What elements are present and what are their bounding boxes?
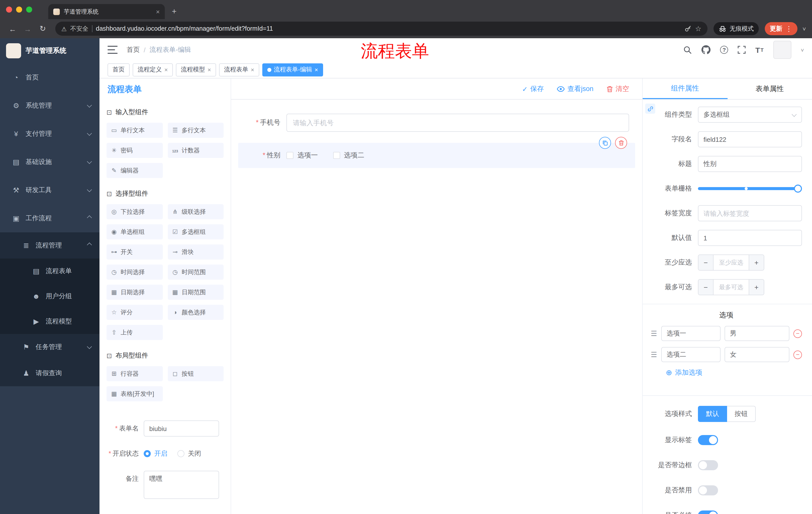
palette-item-upload[interactable]: 上传 bbox=[107, 325, 163, 340]
increase-button[interactable] bbox=[749, 280, 764, 295]
field-gender-selected[interactable]: 性别 选项一 选项二 bbox=[238, 143, 635, 168]
save-button[interactable]: 保存 bbox=[522, 84, 544, 93]
disabled-switch[interactable] bbox=[698, 485, 718, 495]
palette-item-color-picker[interactable]: 颜色选择 bbox=[168, 305, 224, 320]
forward-button[interactable] bbox=[21, 22, 34, 35]
palette-item-checkbox-group[interactable]: 多选框组 bbox=[168, 224, 224, 239]
avatar-caret-icon[interactable] bbox=[801, 45, 804, 54]
password-key-icon[interactable] bbox=[685, 25, 692, 32]
palette-item-time-picker[interactable]: 时间选择 bbox=[107, 265, 163, 280]
sidebar-item-task-management[interactable]: 任务管理 bbox=[0, 334, 99, 360]
palette-item-radio-group[interactable]: 单选框组 bbox=[107, 224, 163, 239]
palette-item-switch[interactable]: 开关 bbox=[107, 244, 163, 260]
default-value-input[interactable] bbox=[698, 230, 802, 246]
min-select-input[interactable] bbox=[714, 255, 749, 270]
bookmark-star-icon[interactable] bbox=[695, 25, 701, 33]
sidebar-item-process-model[interactable]: 流程模型 bbox=[0, 309, 99, 334]
option-value-input[interactable] bbox=[724, 347, 789, 362]
app-logo-row[interactable]: 芋道管理系统 bbox=[0, 38, 99, 63]
tag-process-model[interactable]: 流程模型 bbox=[176, 63, 216, 76]
breadcrumb-home[interactable]: 首页 bbox=[127, 45, 140, 54]
sidebar-item-leave-query[interactable]: 请假查询 bbox=[0, 360, 99, 386]
component-type-select[interactable]: 多选框组 bbox=[698, 107, 802, 123]
tag-close-icon[interactable] bbox=[164, 66, 168, 73]
github-icon[interactable] bbox=[702, 45, 711, 54]
tab-form-properties[interactable]: 表单属性 bbox=[727, 78, 812, 99]
field-phone[interactable]: 手机号 bbox=[238, 111, 635, 135]
link-icon[interactable] bbox=[645, 104, 655, 114]
copy-component-button[interactable] bbox=[599, 137, 611, 149]
form-name-input[interactable] bbox=[144, 421, 219, 437]
new-tab-button[interactable] bbox=[172, 7, 177, 16]
option-label-input[interactable] bbox=[661, 347, 720, 362]
browser-tab[interactable]: 芋道管理系统 bbox=[48, 4, 165, 19]
palette-item-row-container[interactable]: 行容器 bbox=[107, 366, 163, 381]
style-button-button[interactable]: 按钮 bbox=[727, 406, 756, 422]
slider-handle[interactable] bbox=[794, 185, 802, 193]
tag-close-icon[interactable] bbox=[251, 66, 254, 73]
tab-close-icon[interactable] bbox=[156, 8, 160, 15]
back-button[interactable] bbox=[6, 22, 19, 35]
palette-item-single-line-text[interactable]: 单行文本 bbox=[107, 123, 163, 138]
phone-input[interactable] bbox=[286, 114, 629, 132]
palette-item-table[interactable]: 表格[开发中] bbox=[107, 386, 163, 401]
title-input[interactable] bbox=[698, 156, 802, 172]
sidebar-item-user-group[interactable]: 用户分组 bbox=[0, 283, 99, 309]
style-default-button[interactable]: 默认 bbox=[698, 406, 727, 422]
palette-item-slider[interactable]: 滑块 bbox=[168, 244, 224, 260]
sidebar-item-system-management[interactable]: 系统管理 bbox=[0, 91, 99, 120]
clear-button[interactable]: 清空 bbox=[607, 84, 629, 93]
sidebar-item-workflow[interactable]: 工作流程 bbox=[0, 204, 99, 232]
zoom-window-button[interactable] bbox=[26, 6, 32, 12]
label-width-input[interactable] bbox=[698, 205, 802, 221]
border-switch[interactable] bbox=[698, 460, 718, 470]
palette-item-counter[interactable]: 计数器 bbox=[168, 143, 224, 158]
hamburger-icon[interactable] bbox=[108, 46, 118, 54]
browser-menu-icon[interactable] bbox=[785, 25, 792, 33]
tag-process-form-edit[interactable]: 流程表单-编辑 bbox=[262, 63, 323, 76]
minimize-window-button[interactable] bbox=[16, 6, 22, 12]
search-icon[interactable] bbox=[684, 46, 692, 54]
increase-button[interactable] bbox=[749, 255, 764, 270]
sidebar-item-dev-tools[interactable]: 研发工具 bbox=[0, 176, 99, 204]
reload-button[interactable] bbox=[36, 22, 49, 35]
show-label-switch[interactable] bbox=[698, 435, 718, 445]
checkbox-icon[interactable] bbox=[333, 152, 340, 159]
option-label-input[interactable] bbox=[661, 326, 720, 341]
palette-item-multi-line-text[interactable]: 多行文本 bbox=[168, 123, 224, 138]
checkbox-option-one[interactable]: 选项一 bbox=[286, 151, 318, 160]
fullscreen-icon[interactable] bbox=[738, 46, 746, 54]
remark-textarea[interactable]: 嘿嘿 bbox=[144, 471, 219, 499]
drag-handle-icon[interactable] bbox=[651, 329, 657, 337]
sidebar-item-infrastructure[interactable]: 基础设施 bbox=[0, 148, 99, 176]
palette-item-button[interactable]: 按钮 bbox=[168, 366, 224, 381]
delete-component-button[interactable] bbox=[615, 137, 627, 149]
option-value-input[interactable] bbox=[724, 326, 789, 341]
tab-component-properties[interactable]: 组件属性 bbox=[643, 78, 727, 99]
checkbox-option-two[interactable]: 选项二 bbox=[333, 151, 364, 160]
drag-handle-icon[interactable] bbox=[651, 351, 657, 359]
palette-item-cascader[interactable]: 级联选择 bbox=[168, 204, 224, 219]
palette-item-select[interactable]: 下拉选择 bbox=[107, 204, 163, 219]
tag-process-definition[interactable]: 流程定义 bbox=[133, 63, 173, 76]
radio-status-on[interactable]: 开启 bbox=[144, 449, 167, 458]
sidebar-item-process-management[interactable]: 流程管理 bbox=[0, 232, 99, 259]
form-grid-slider[interactable] bbox=[698, 181, 802, 197]
decrease-button[interactable] bbox=[698, 280, 714, 295]
remove-option-button[interactable] bbox=[793, 350, 802, 359]
view-json-button[interactable]: 查看json bbox=[557, 84, 593, 93]
palette-item-time-range[interactable]: 时间范围 bbox=[168, 265, 224, 280]
incognito-badge[interactable]: 无痕模式 bbox=[714, 22, 759, 35]
tag-close-icon[interactable] bbox=[207, 66, 211, 73]
sidebar-item-process-form[interactable]: 流程表单 bbox=[0, 259, 99, 283]
radio-status-off[interactable]: 关闭 bbox=[177, 449, 201, 458]
add-option-button[interactable]: 添加选项 bbox=[666, 368, 802, 377]
remove-option-button[interactable] bbox=[793, 329, 802, 338]
chevron-down-icon[interactable] bbox=[803, 24, 806, 33]
sidebar-item-payment-management[interactable]: 支付管理 bbox=[0, 120, 99, 148]
palette-item-rate[interactable]: 评分 bbox=[107, 305, 163, 320]
palette-item-date-range[interactable]: 日期范围 bbox=[168, 285, 224, 300]
checkbox-icon[interactable] bbox=[286, 152, 293, 159]
tag-home[interactable]: 首页 bbox=[108, 63, 129, 76]
help-icon[interactable] bbox=[720, 46, 728, 54]
